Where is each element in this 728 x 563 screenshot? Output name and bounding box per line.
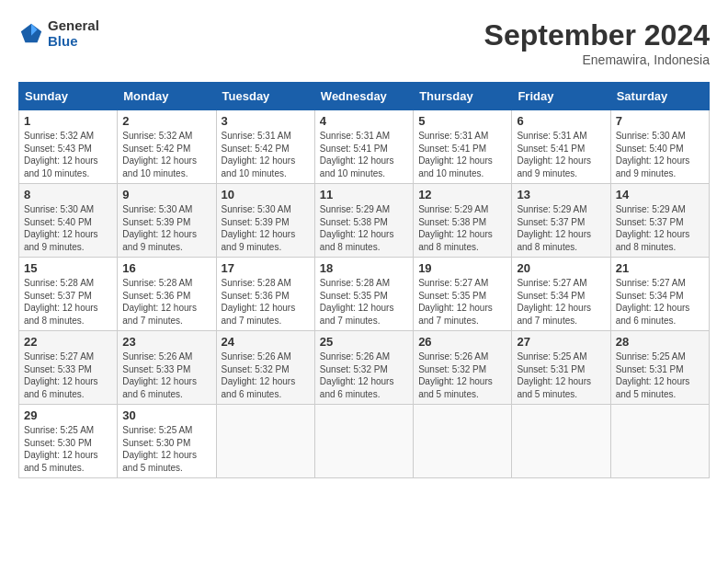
day-number: 27 xyxy=(517,335,605,349)
day-number: 26 xyxy=(418,335,506,349)
calendar-cell: 4Sunrise: 5:31 AM Sunset: 5:41 PM Daylig… xyxy=(314,110,413,184)
calendar-cell: 17Sunrise: 5:28 AM Sunset: 5:36 PM Dayli… xyxy=(216,258,314,331)
calendar-cell: 18Sunrise: 5:28 AM Sunset: 5:35 PM Dayli… xyxy=(314,258,413,331)
calendar-cell: 1Sunrise: 5:32 AM Sunset: 5:43 PM Daylig… xyxy=(19,110,118,184)
day-number: 28 xyxy=(616,335,704,349)
day-info: Sunrise: 5:30 AM Sunset: 5:40 PM Dayligh… xyxy=(616,130,704,179)
calendar-cell: 5Sunrise: 5:31 AM Sunset: 5:41 PM Daylig… xyxy=(414,110,512,184)
day-number: 14 xyxy=(616,188,704,201)
day-number: 29 xyxy=(24,408,112,422)
calendar-cell: 7Sunrise: 5:30 AM Sunset: 5:40 PM Daylig… xyxy=(610,110,709,184)
calendar-cell: 15Sunrise: 5:28 AM Sunset: 5:37 PM Dayli… xyxy=(19,258,118,331)
day-number: 5 xyxy=(418,114,506,128)
calendar-cell: 30Sunrise: 5:25 AM Sunset: 5:30 PM Dayli… xyxy=(118,405,216,478)
day-info: Sunrise: 5:27 AM Sunset: 5:35 PM Dayligh… xyxy=(418,277,506,327)
calendar-week-row: 15Sunrise: 5:28 AM Sunset: 5:37 PM Dayli… xyxy=(19,258,710,331)
calendar-cell: 19Sunrise: 5:27 AM Sunset: 5:35 PM Dayli… xyxy=(414,258,512,331)
day-number: 12 xyxy=(418,188,506,201)
day-info: Sunrise: 5:28 AM Sunset: 5:36 PM Dayligh… xyxy=(122,277,210,327)
calendar-cell: 3Sunrise: 5:31 AM Sunset: 5:42 PM Daylig… xyxy=(216,110,314,184)
day-info: Sunrise: 5:27 AM Sunset: 5:34 PM Dayligh… xyxy=(517,277,605,327)
day-number: 6 xyxy=(517,114,605,128)
day-info: Sunrise: 5:30 AM Sunset: 5:39 PM Dayligh… xyxy=(122,203,210,253)
calendar-cell: 13Sunrise: 5:29 AM Sunset: 5:37 PM Dayli… xyxy=(512,184,610,258)
day-number: 8 xyxy=(24,188,112,201)
day-info: Sunrise: 5:27 AM Sunset: 5:34 PM Dayligh… xyxy=(616,277,704,327)
calendar-cell: 22Sunrise: 5:27 AM Sunset: 5:33 PM Dayli… xyxy=(19,331,118,405)
day-number: 9 xyxy=(122,188,210,201)
calendar-cell: 28Sunrise: 5:25 AM Sunset: 5:31 PM Dayli… xyxy=(610,331,709,405)
day-number: 3 xyxy=(222,114,310,128)
day-info: Sunrise: 5:29 AM Sunset: 5:37 PM Dayligh… xyxy=(616,203,704,253)
calendar-cell: 9Sunrise: 5:30 AM Sunset: 5:39 PM Daylig… xyxy=(118,184,216,258)
day-number: 23 xyxy=(122,335,210,349)
day-number: 24 xyxy=(222,335,310,349)
calendar-cell: 14Sunrise: 5:29 AM Sunset: 5:37 PM Dayli… xyxy=(610,184,709,258)
calendar-week-row: 1Sunrise: 5:32 AM Sunset: 5:43 PM Daylig… xyxy=(19,110,710,184)
day-number: 21 xyxy=(616,261,704,275)
calendar-cell: 10Sunrise: 5:30 AM Sunset: 5:39 PM Dayli… xyxy=(216,184,314,258)
day-info: Sunrise: 5:28 AM Sunset: 5:37 PM Dayligh… xyxy=(24,277,112,327)
header-tuesday: Tuesday xyxy=(216,83,314,110)
location-subtitle: Enemawira, Indonesia xyxy=(484,52,710,67)
day-number: 4 xyxy=(320,114,408,128)
calendar-cell xyxy=(414,405,512,478)
day-info: Sunrise: 5:28 AM Sunset: 5:36 PM Dayligh… xyxy=(222,277,310,327)
day-number: 30 xyxy=(122,408,210,422)
calendar-cell: 6Sunrise: 5:31 AM Sunset: 5:41 PM Daylig… xyxy=(512,110,610,184)
day-number: 11 xyxy=(320,188,408,201)
day-info: Sunrise: 5:28 AM Sunset: 5:35 PM Dayligh… xyxy=(320,277,408,327)
day-info: Sunrise: 5:25 AM Sunset: 5:31 PM Dayligh… xyxy=(616,350,704,400)
day-info: Sunrise: 5:31 AM Sunset: 5:42 PM Dayligh… xyxy=(222,130,310,179)
calendar-table: SundayMondayTuesdayWednesdayThursdayFrid… xyxy=(18,82,710,478)
calendar-cell: 8Sunrise: 5:30 AM Sunset: 5:40 PM Daylig… xyxy=(19,184,118,258)
month-title: September 2024 xyxy=(484,18,710,52)
logo-blue: Blue xyxy=(48,34,99,50)
day-number: 16 xyxy=(122,261,210,275)
calendar-cell: 23Sunrise: 5:26 AM Sunset: 5:33 PM Dayli… xyxy=(118,331,216,405)
calendar-cell: 24Sunrise: 5:26 AM Sunset: 5:32 PM Dayli… xyxy=(216,331,314,405)
calendar-week-row: 8Sunrise: 5:30 AM Sunset: 5:40 PM Daylig… xyxy=(19,184,710,258)
calendar-cell: 27Sunrise: 5:25 AM Sunset: 5:31 PM Dayli… xyxy=(512,331,610,405)
calendar-cell: 12Sunrise: 5:29 AM Sunset: 5:38 PM Dayli… xyxy=(414,184,512,258)
day-number: 13 xyxy=(517,188,605,201)
day-info: Sunrise: 5:26 AM Sunset: 5:33 PM Dayligh… xyxy=(122,350,210,400)
day-info: Sunrise: 5:29 AM Sunset: 5:37 PM Dayligh… xyxy=(517,203,605,253)
page-header: General Blue September 2024 Enemawira, I… xyxy=(18,18,710,67)
calendar-cell xyxy=(216,405,314,478)
header-wednesday: Wednesday xyxy=(314,83,413,110)
header-thursday: Thursday xyxy=(414,83,512,110)
day-number: 7 xyxy=(616,114,704,128)
day-info: Sunrise: 5:26 AM Sunset: 5:32 PM Dayligh… xyxy=(320,350,408,400)
logo-text: General Blue xyxy=(48,18,99,49)
day-info: Sunrise: 5:26 AM Sunset: 5:32 PM Dayligh… xyxy=(418,350,506,400)
day-info: Sunrise: 5:31 AM Sunset: 5:41 PM Dayligh… xyxy=(320,130,408,179)
day-number: 10 xyxy=(222,188,310,201)
day-info: Sunrise: 5:25 AM Sunset: 5:31 PM Dayligh… xyxy=(517,350,605,400)
day-number: 25 xyxy=(320,335,408,349)
logo-icon xyxy=(18,21,44,47)
title-block: September 2024 Enemawira, Indonesia xyxy=(484,18,710,67)
calendar-cell xyxy=(512,405,610,478)
day-info: Sunrise: 5:32 AM Sunset: 5:43 PM Dayligh… xyxy=(24,130,112,179)
day-number: 2 xyxy=(122,114,210,128)
day-info: Sunrise: 5:30 AM Sunset: 5:40 PM Dayligh… xyxy=(24,203,112,253)
calendar-cell: 26Sunrise: 5:26 AM Sunset: 5:32 PM Dayli… xyxy=(414,331,512,405)
day-number: 18 xyxy=(320,261,408,275)
day-info: Sunrise: 5:25 AM Sunset: 5:30 PM Dayligh… xyxy=(122,424,210,474)
day-number: 22 xyxy=(24,335,112,349)
calendar-header-row: SundayMondayTuesdayWednesdayThursdayFrid… xyxy=(19,83,710,110)
day-info: Sunrise: 5:26 AM Sunset: 5:32 PM Dayligh… xyxy=(222,350,310,400)
day-number: 17 xyxy=(222,261,310,275)
day-info: Sunrise: 5:32 AM Sunset: 5:42 PM Dayligh… xyxy=(122,130,210,179)
header-monday: Monday xyxy=(118,83,216,110)
day-info: Sunrise: 5:31 AM Sunset: 5:41 PM Dayligh… xyxy=(418,130,506,179)
day-info: Sunrise: 5:29 AM Sunset: 5:38 PM Dayligh… xyxy=(320,203,408,253)
logo-general: General xyxy=(48,18,99,34)
day-number: 1 xyxy=(24,114,112,128)
calendar-cell: 2Sunrise: 5:32 AM Sunset: 5:42 PM Daylig… xyxy=(118,110,216,184)
calendar-cell: 20Sunrise: 5:27 AM Sunset: 5:34 PM Dayli… xyxy=(512,258,610,331)
day-number: 20 xyxy=(517,261,605,275)
logo: General Blue xyxy=(18,18,99,49)
calendar-cell: 29Sunrise: 5:25 AM Sunset: 5:30 PM Dayli… xyxy=(19,405,118,478)
